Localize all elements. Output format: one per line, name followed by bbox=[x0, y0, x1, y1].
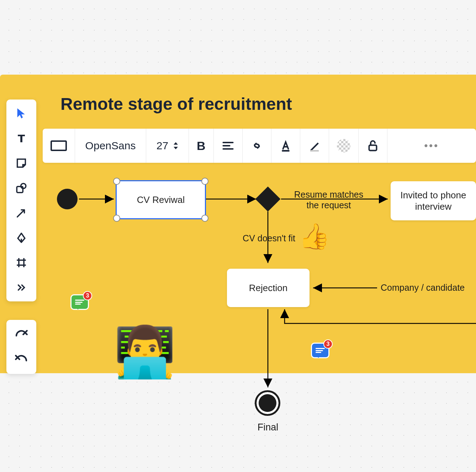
resize-handle-ne[interactable] bbox=[201, 178, 208, 185]
bold-button[interactable]: B bbox=[189, 129, 214, 163]
arrow-icon bbox=[15, 207, 27, 219]
comment-lines-icon bbox=[75, 300, 84, 305]
undo-button[interactable] bbox=[14, 327, 29, 342]
bold-label: B bbox=[197, 139, 206, 153]
font-size-stepper[interactable]: 27 bbox=[146, 129, 189, 163]
ellipsis-icon: ••• bbox=[424, 140, 439, 151]
resize-handle-nw[interactable] bbox=[113, 178, 120, 185]
svg-rect-2 bbox=[51, 141, 66, 150]
sticker-person-laptop[interactable]: 👨‍💻 bbox=[114, 327, 176, 377]
node-invited[interactable]: Invited to phone interview bbox=[391, 181, 476, 220]
cursor-icon bbox=[15, 107, 27, 119]
transparent-swatch-icon bbox=[337, 139, 350, 152]
end-node[interactable] bbox=[255, 390, 280, 416]
link-button[interactable] bbox=[243, 129, 271, 163]
align-left-icon bbox=[222, 139, 234, 152]
node-rejection[interactable]: Rejection bbox=[227, 269, 310, 307]
highlight-button[interactable] bbox=[300, 129, 329, 163]
frame-icon bbox=[15, 257, 27, 269]
font-family-select[interactable]: OpenSans bbox=[75, 129, 146, 163]
side-toolbox bbox=[6, 100, 36, 301]
chevrons-right-icon bbox=[15, 281, 27, 294]
sticky-note-icon bbox=[15, 157, 27, 169]
comment-bubble-blue[interactable]: 3 bbox=[311, 343, 329, 358]
caret-down-icon bbox=[173, 146, 178, 150]
node-label: CV Reviwal bbox=[137, 194, 185, 206]
rectangle-icon bbox=[51, 140, 67, 151]
shapes-icon bbox=[15, 182, 27, 194]
unlock-icon bbox=[366, 139, 379, 152]
undo-icon bbox=[14, 327, 29, 342]
fill-color-button[interactable] bbox=[329, 129, 359, 163]
font-size-value: 27 bbox=[157, 140, 168, 152]
edge-label-company-candidate: Company / candidate bbox=[381, 282, 476, 293]
shape-style-button[interactable] bbox=[43, 129, 75, 163]
highlight-icon bbox=[308, 139, 321, 152]
text-tool[interactable] bbox=[14, 131, 29, 146]
pen-icon bbox=[15, 232, 27, 244]
redo-button[interactable] bbox=[14, 352, 29, 367]
svg-rect-4 bbox=[310, 150, 319, 152]
pen-tool[interactable] bbox=[14, 230, 29, 245]
more-tools[interactable] bbox=[14, 280, 29, 295]
comment-bubble-green[interactable]: 3 bbox=[70, 294, 89, 310]
board-title[interactable]: Remote stage of recruitment bbox=[60, 94, 292, 114]
sticky-note-tool[interactable] bbox=[14, 156, 29, 171]
caret-up-icon bbox=[173, 141, 178, 145]
history-toolbox bbox=[6, 320, 36, 374]
text-icon bbox=[15, 132, 27, 144]
redo-icon bbox=[14, 352, 29, 367]
font-family-value: OpenSans bbox=[85, 140, 136, 152]
comment-lines-icon bbox=[316, 348, 325, 353]
text-color-button[interactable] bbox=[271, 129, 300, 163]
text-color-icon bbox=[279, 139, 292, 152]
svg-rect-5 bbox=[369, 145, 376, 151]
node-label: Invited to phone interview bbox=[399, 189, 467, 213]
lock-button[interactable] bbox=[359, 129, 387, 163]
node-label: Rejection bbox=[249, 282, 287, 294]
comment-count-badge: 3 bbox=[83, 291, 92, 300]
start-node[interactable] bbox=[57, 189, 78, 209]
select-tool[interactable] bbox=[14, 106, 29, 121]
frame-tool[interactable] bbox=[14, 255, 29, 270]
edge-label-resume-matches: Resume matches the request bbox=[293, 189, 364, 210]
end-node-label: Final bbox=[255, 422, 280, 433]
edge-label-cv-doesnt-fit: CV doesn't fit bbox=[213, 233, 295, 243]
resize-handle-se[interactable] bbox=[201, 215, 208, 222]
sticker-thumbs-up[interactable]: 👍 bbox=[299, 224, 330, 249]
resize-handle-sw[interactable] bbox=[113, 215, 120, 222]
node-cv-revival[interactable]: CV Reviwal bbox=[117, 181, 205, 218]
comment-count-badge: 3 bbox=[323, 339, 333, 349]
format-toolbar: OpenSans 27 B ••• bbox=[43, 129, 476, 163]
svg-rect-3 bbox=[282, 150, 289, 152]
shape-tool[interactable] bbox=[14, 181, 29, 195]
more-options-button[interactable]: ••• bbox=[387, 129, 476, 163]
arrow-tool[interactable] bbox=[14, 205, 29, 220]
size-arrows bbox=[173, 141, 178, 150]
link-icon bbox=[250, 139, 263, 152]
align-button[interactable] bbox=[214, 129, 243, 163]
